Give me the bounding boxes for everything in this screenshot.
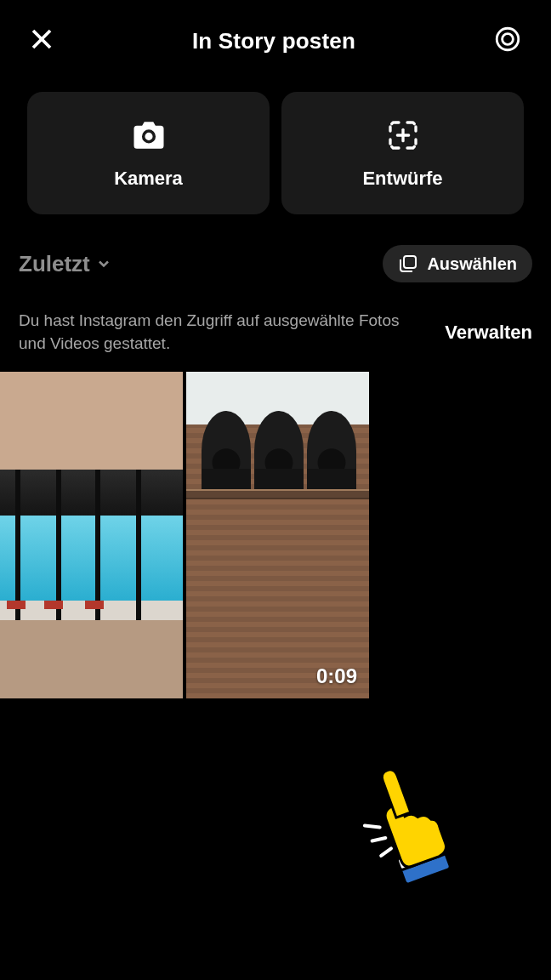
recent-label: Zuletzt [19, 251, 90, 277]
svg-line-11 [380, 848, 393, 856]
video-duration-badge: 0:09 [316, 664, 357, 688]
select-button[interactable]: Auswählen [383, 245, 532, 282]
svg-point-3 [503, 34, 514, 45]
svg-rect-7 [400, 851, 451, 885]
drafts-card[interactable]: Entwürfe [281, 92, 524, 214]
drafts-label: Entwürfe [362, 168, 442, 190]
gallery-item[interactable]: 0:09 [186, 372, 369, 698]
action-row: Kamera Entwürfe [0, 82, 551, 214]
settings-gear-icon[interactable] [493, 25, 522, 57]
access-row: Du hast Instagram den Zugriff auf ausgew… [0, 282, 551, 370]
access-message: Du hast Instagram den Zugriff auf ausgew… [19, 310, 428, 355]
camera-icon [131, 117, 167, 154]
recent-dropdown[interactable]: Zuletzt [19, 251, 112, 277]
svg-point-2 [497, 28, 519, 50]
drafts-add-icon [386, 117, 420, 154]
svg-rect-6 [404, 256, 416, 268]
gallery-item[interactable] [0, 372, 183, 698]
select-label: Auswählen [427, 254, 517, 274]
gallery: 0:09 [0, 370, 551, 698]
multiselect-icon [398, 254, 418, 274]
filter-row: Zuletzt Auswählen [0, 214, 551, 282]
page-title: In Story posten [192, 28, 355, 54]
svg-line-9 [365, 821, 380, 832]
svg-line-10 [372, 836, 386, 842]
close-icon[interactable] [29, 26, 54, 55]
pointing-hand-graphic [350, 762, 461, 890]
camera-card[interactable]: Kamera [27, 92, 270, 214]
camera-label: Kamera [114, 168, 183, 190]
svg-rect-8 [397, 843, 446, 870]
header: In Story posten [0, 0, 551, 82]
chevron-down-icon [95, 255, 112, 272]
manage-button[interactable]: Verwalten [445, 322, 532, 344]
